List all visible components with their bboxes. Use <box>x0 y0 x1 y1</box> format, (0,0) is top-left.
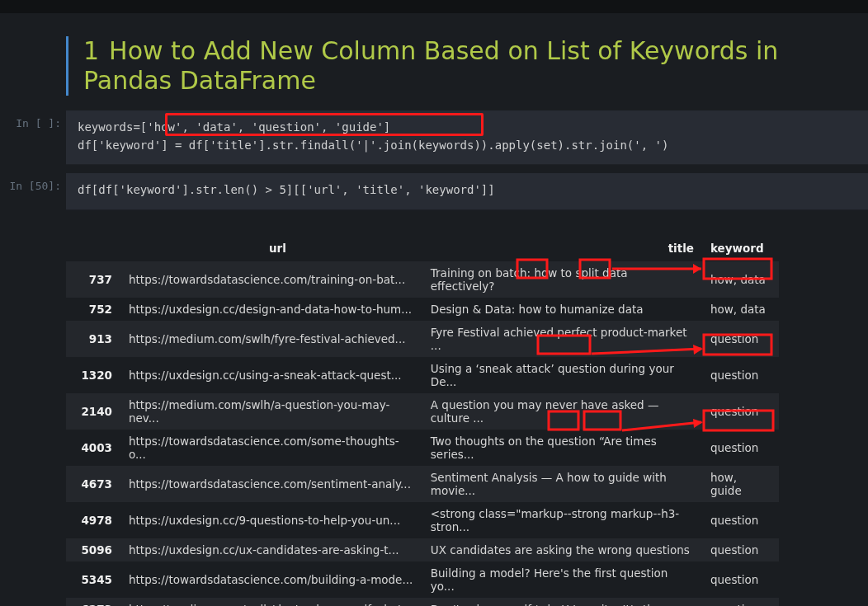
row-index: 5096 <box>66 538 120 561</box>
table-row: 5345https://towardsdatascience.com/build… <box>66 561 779 598</box>
row-index: 6273 <box>66 598 120 606</box>
table-row: 4673https://towardsdatascience.com/senti… <box>66 466 779 502</box>
code-cell-2: In [50]: df[df['keyword'].str.len() > 5]… <box>0 173 868 210</box>
cell-2-prompt: In [50]: <box>0 180 61 192</box>
heading-number: 1 <box>83 36 99 65</box>
window-topbar <box>0 0 868 13</box>
table-row: 752https://uxdesign.cc/design-and-data-h… <box>66 298 779 321</box>
row-index: 4003 <box>66 430 120 466</box>
cell-2-code[interactable]: df[df['keyword'].str.len() > 5][['url', … <box>66 173 868 210</box>
cell-title: Using a ‘sneak attack’ question during y… <box>422 357 702 393</box>
heading-text: How to Add New Column Based on List of K… <box>83 36 778 95</box>
cell-title: <strong class="markup--strong markup--h3… <box>422 502 702 538</box>
cell-title: Sentiment Analysis — A how to guide with… <box>422 466 702 502</box>
cell-title: Fyre Festival achieved perfect product-m… <box>422 321 702 357</box>
row-index: 4673 <box>66 466 120 502</box>
table-row: 6273https://medium.com/swlh/dont-ask-you… <box>66 598 779 606</box>
cell-title: Design & Data: how to humanize data <box>422 298 702 321</box>
code-cell-1: In [ ]: keywords=['how', 'data', 'questi… <box>0 110 868 165</box>
table-row: 5096https://uxdesign.cc/ux-candidates-ar… <box>66 538 779 561</box>
table-row: 913https://medium.com/swlh/fyre-festival… <box>66 321 779 357</box>
cell-url: https://uxdesign.cc/using-a-sneak-attack… <box>120 357 422 393</box>
cell-url: https://towardsdatascience.com/building-… <box>120 561 422 598</box>
cell-url: https://uxdesign.cc/design-and-data-how-… <box>120 298 422 321</box>
cell-keyword: how, guide <box>702 466 779 502</box>
table-row: 737https://towardsdatascience.com/traini… <box>66 261 779 298</box>
row-index: 752 <box>66 298 120 321</box>
cell-title: Training on batch: how to split data eff… <box>422 261 702 298</box>
cell-keyword: question <box>702 357 779 393</box>
cell-1-line-2: df['keyword'] = df['title'].str.findall(… <box>78 137 856 155</box>
row-index: 4978 <box>66 502 120 538</box>
cell-url: https://towardsdatascience.com/sentiment… <box>120 466 422 502</box>
cell-keyword: question <box>702 321 779 357</box>
row-index: 913 <box>66 321 120 357</box>
cell-title: A question you may never have asked — cu… <box>422 393 702 430</box>
cell-keyword: question <box>702 561 779 598</box>
row-index: 737 <box>66 261 120 298</box>
cell-1-prompt: In [ ]: <box>0 117 61 129</box>
table-row: 1320https://uxdesign.cc/using-a-sneak-at… <box>66 357 779 393</box>
cell-title: UX candidates are asking the wrong quest… <box>422 538 702 561</box>
cell-title: Don't ask yourself ‘what’ to write. It's… <box>422 598 702 606</box>
cell-keyword: question <box>702 502 779 538</box>
table-row: 4978https://uxdesign.cc/9-questions-to-h… <box>66 502 779 538</box>
cell-keyword: question <box>702 598 779 606</box>
cell-keyword: how, data <box>702 298 779 321</box>
heading-block: 1How to Add New Column Based on List of … <box>66 36 868 96</box>
col-title: title <box>422 235 702 261</box>
col-index <box>66 235 120 261</box>
cell-keyword: how, data <box>702 261 779 298</box>
cell-keyword: question <box>702 430 779 466</box>
row-index: 1320 <box>66 357 120 393</box>
cell-keyword: question <box>702 393 779 430</box>
cell-keyword: question <box>702 538 779 561</box>
cell-url: https://medium.com/swlh/fyre-festival-ac… <box>120 321 422 357</box>
cell-url: https://towardsdatascience.com/training-… <box>120 261 422 298</box>
table-row: 4003https://towardsdatascience.com/some-… <box>66 430 779 466</box>
table-row: 2140https://medium.com/swlh/a-question-y… <box>66 393 779 430</box>
cell-url: https://medium.com/swlh/a-question-you-m… <box>120 393 422 430</box>
cell-title: Building a model? Here's the first quest… <box>422 561 702 598</box>
cell-url: https://medium.com/swlh/dont-ask-yoursel… <box>120 598 422 606</box>
row-index: 2140 <box>66 393 120 430</box>
cell-url: https://uxdesign.cc/9-questions-to-help-… <box>120 502 422 538</box>
output-table-container: url title keyword 737https://towardsdata… <box>66 235 868 606</box>
col-url: url <box>120 235 422 261</box>
cell-url: https://towardsdatascience.com/some-thou… <box>120 430 422 466</box>
row-index: 5345 <box>66 561 120 598</box>
cell-url: https://uxdesign.cc/ux-candidates-are-as… <box>120 538 422 561</box>
dataframe-table: url title keyword 737https://towardsdata… <box>66 235 779 606</box>
cell-title: Two thoughts on the question “Are times … <box>422 430 702 466</box>
cell-1-code[interactable]: keywords=['how', 'data', 'question', 'gu… <box>66 110 868 165</box>
cell-2-line-1: df[df['keyword'].str.len() > 5][['url', … <box>78 181 856 200</box>
cell-1-line-1: keywords=['how', 'data', 'question', 'gu… <box>78 119 856 137</box>
col-keyword: keyword <box>702 235 779 261</box>
